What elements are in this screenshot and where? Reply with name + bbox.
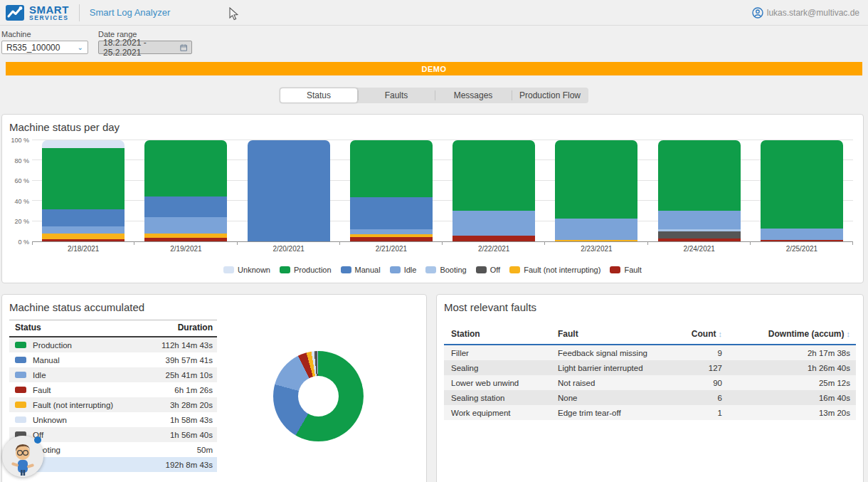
legend-item-booting[interactable]: Booting (425, 266, 466, 274)
bar-segment-manual (248, 140, 330, 241)
legend-item-fault-not-interrupting-[interactable]: Fault (not interrupting) (509, 266, 600, 274)
stacked-bar-2-22-2021 (452, 140, 535, 241)
column-header-count[interactable]: Count↕ (647, 329, 722, 339)
status-label: Fault (not interrupting) (33, 401, 113, 409)
tab-status[interactable]: Status (280, 88, 358, 103)
table-row: Lower web unwindNot raised9025m 12s (444, 375, 856, 390)
date-range-field[interactable]: 18.2.2021 - 25.2.2021 (98, 41, 192, 54)
faults-table-header: Station Fault Count↕ Downtime (accum)↕ (444, 329, 856, 345)
faults-title: Most relevant faults (444, 301, 856, 313)
bar-segment-fault-not-interrupting- (555, 240, 637, 241)
y-axis-label: 100 % (11, 137, 29, 144)
x-axis-labels: 2/18/20212/19/20212/20/20212/21/20212/22… (32, 245, 853, 253)
app-title: Smart Log Analyzer (90, 7, 170, 18)
legend-label: Booting (440, 266, 466, 274)
table-row: SealingLight barrier interrupted1271h 26… (444, 360, 856, 375)
status-swatch (15, 387, 26, 393)
stacked-bar-2-18-2021 (42, 140, 125, 241)
status-cell: Fault (15, 386, 133, 394)
bars-container (32, 140, 853, 241)
status-cell: Production (15, 341, 133, 350)
legend-label: Fault (not interrupting) (524, 266, 600, 274)
legend-item-unknown[interactable]: Unknown (223, 266, 270, 274)
machine-select[interactable]: R535_100000 ⌄ (1, 41, 88, 54)
bar-cell (648, 140, 751, 241)
tab-messages[interactable]: Messages (435, 88, 512, 103)
legend-label: Manual (355, 266, 381, 274)
legend-item-fault[interactable]: Fault (610, 266, 641, 274)
status-cell: Unknown (15, 416, 133, 424)
legend-item-production[interactable]: Production (280, 266, 332, 274)
column-header-status: Status (15, 323, 133, 332)
topbar-divider (79, 4, 80, 21)
assistant-avatar-widget[interactable] (2, 436, 43, 477)
x-axis-label: 2/20/2021 (238, 245, 340, 253)
downtime-cell: 16m 40s (722, 394, 850, 402)
y-axis-label: 80 % (14, 157, 29, 164)
tab-faults[interactable]: Faults (358, 88, 435, 103)
stacked-bar-2-21-2021 (350, 140, 433, 241)
x-axis-label: 2/23/2021 (545, 245, 647, 253)
downtime-cell: 13m 20s (722, 409, 850, 417)
status-label: Unknown (33, 416, 67, 424)
table-row: Fault6h 1m 26s (9, 382, 217, 397)
machine-status-accumulated-panel: Machine status accumulated Status Durati… (1, 294, 427, 482)
bar-segment-manual (144, 197, 227, 217)
duration-value: 1h 58m 43s (133, 416, 213, 424)
table-row: Sealing stationNone616m 40s (444, 390, 856, 405)
tab-production-flow[interactable]: Production Flow (512, 88, 588, 103)
bar-cell (238, 140, 340, 241)
station-cell: Sealing (451, 364, 558, 372)
count-cell: 90 (647, 379, 722, 387)
legend-swatch (610, 266, 620, 273)
stacked-bar-2-19-2021 (144, 140, 227, 241)
x-axis-label: 2/19/2021 (134, 245, 237, 253)
accumulated-title: Machine status accumulated (9, 301, 419, 313)
calendar-icon (180, 43, 187, 52)
count-cell: 127 (647, 364, 722, 372)
status-label: Fault (33, 386, 51, 394)
stacked-bar-2-25-2021 (761, 140, 843, 241)
status-cell: Idle (15, 371, 133, 379)
machine-label: Machine (1, 30, 88, 38)
user-account-chip[interactable]: lukas.stark@multivac.de (752, 7, 859, 19)
count-cell: 1 (647, 409, 722, 417)
station-cell: Lower web unwind (451, 379, 558, 387)
legend-item-idle[interactable]: Idle (390, 266, 417, 274)
column-header-downtime[interactable]: Downtime (accum)↕ (722, 329, 850, 339)
legend-item-off[interactable]: Off (476, 266, 500, 274)
brand-logo: SMART SERVICES (6, 4, 69, 21)
x-axis-label: 2/22/2021 (443, 245, 545, 253)
legend-swatch (476, 266, 487, 273)
table-row: Idle25h 41m 10s (9, 367, 217, 382)
station-cell: Work equipment (451, 409, 558, 417)
x-axis-label: 2/25/2021 (751, 245, 853, 253)
legend-label: Off (490, 266, 500, 274)
bar-segment-idle (658, 211, 741, 229)
count-cell: 6 (647, 394, 722, 402)
bar-segment-fault (761, 240, 843, 241)
y-axis-label: 0 % (18, 239, 29, 246)
bar-segment-production (42, 148, 125, 209)
table-row: Fault (not interrupting)3h 28m 20s (9, 397, 217, 412)
x-axis-label: 2/21/2021 (340, 245, 443, 253)
legend-item-manual[interactable]: Manual (341, 266, 381, 274)
machine-filter: Machine R535_100000 ⌄ (1, 30, 88, 54)
bar-plot (32, 140, 853, 242)
bar-segment-idle (144, 217, 227, 234)
date-range-value: 18.2.2021 - 25.2.2021 (103, 38, 175, 58)
bar-segment-fault (350, 237, 433, 241)
status-swatch (15, 402, 26, 408)
column-header-duration: Duration (133, 323, 213, 332)
x-axis-label: 2/18/2021 (32, 245, 134, 253)
legend-label: Idle (404, 266, 417, 274)
bar-segment-idle (350, 229, 433, 234)
status-donut-chart (273, 351, 364, 441)
status-cell: Manual (15, 356, 133, 365)
bar-segment-fault (452, 236, 535, 241)
legend-swatch (425, 266, 436, 273)
table-row: Work equipmentEdge trim tear-off113m 20s (444, 405, 856, 420)
bar-segment-fault (144, 238, 227, 241)
status-label: Idle (33, 371, 46, 379)
duration-value: 50m (133, 446, 213, 454)
